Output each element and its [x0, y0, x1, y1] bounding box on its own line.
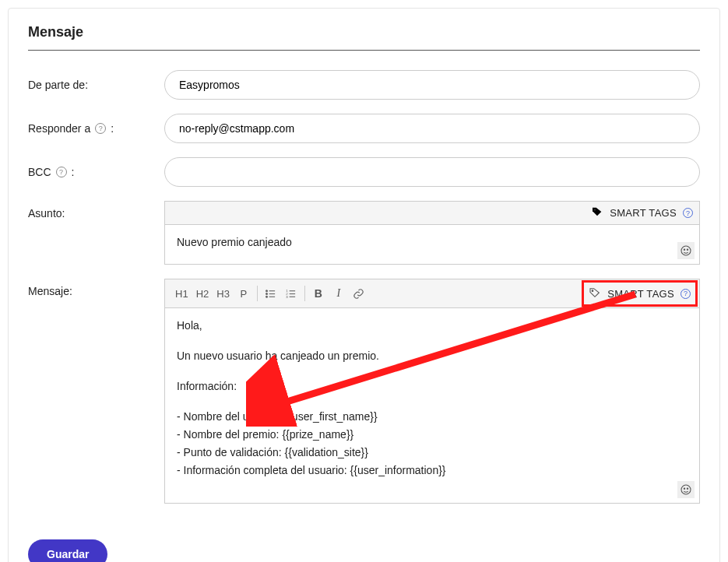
- message-toolbar: H1 H2 H3 P 123 B I: [165, 279, 699, 308]
- bcc-row: BCC ? :: [28, 157, 700, 187]
- msg-bullet: - Nombre del usuario: {{user_first_name}…: [177, 409, 688, 425]
- msg-greeting: Hola,: [177, 319, 202, 332]
- svg-point-4: [266, 290, 268, 291]
- subject-label: Asunto:: [28, 201, 164, 220]
- message-label: Mensaje:: [28, 279, 164, 297]
- message-form-card: Mensaje De parte de: Responder a ? : BCC…: [8, 8, 720, 562]
- bcc-colon: :: [72, 166, 75, 178]
- svg-point-2: [684, 249, 684, 250]
- reply-to-label: Responder a ? :: [28, 122, 164, 135]
- subject-content[interactable]: Nuevo premio canjeado: [165, 225, 699, 264]
- subject-row: Asunto: SMART TAGS ? Nuevo premio canjea…: [28, 201, 700, 265]
- bcc-label: BCC ? :: [28, 166, 164, 178]
- subject-text: Nuevo premio canjeado: [177, 236, 292, 248]
- svg-point-17: [681, 485, 691, 494]
- tag-icon: [589, 286, 601, 301]
- ordered-list-button[interactable]: 123: [281, 283, 301, 304]
- svg-point-1: [681, 246, 691, 255]
- msg-bullet: - Punto de validación: {{validation_site…: [177, 444, 688, 461]
- paragraph-button[interactable]: P: [234, 283, 254, 304]
- message-row: Mensaje: H1 H2 H3 P 123: [28, 279, 700, 504]
- help-icon[interactable]: ?: [56, 167, 67, 177]
- tag-icon: [591, 205, 603, 220]
- svg-point-8: [266, 296, 268, 297]
- help-icon[interactable]: ?: [95, 123, 106, 134]
- italic-button[interactable]: I: [329, 283, 349, 304]
- subject-toolbar: SMART TAGS ?: [165, 202, 699, 225]
- emoji-button[interactable]: [677, 481, 695, 498]
- svg-point-18: [684, 488, 684, 489]
- from-row: De parte de:: [28, 70, 700, 100]
- bold-button[interactable]: B: [308, 283, 329, 304]
- smart-tags-highlight: SMART TAGS ?: [582, 280, 698, 307]
- svg-point-19: [687, 488, 688, 489]
- smart-tags-button[interactable]: SMART TAGS: [607, 288, 674, 300]
- svg-point-16: [592, 290, 593, 291]
- svg-point-6: [266, 293, 268, 294]
- message-editor: H1 H2 H3 P 123 B I: [164, 279, 700, 504]
- save-button[interactable]: Guardar: [28, 539, 107, 562]
- reply-to-input[interactable]: [164, 114, 700, 143]
- reply-to-label-text: Responder a: [28, 122, 90, 135]
- h3-button[interactable]: H3: [213, 283, 234, 304]
- subject-editor: SMART TAGS ? Nuevo premio canjeado: [164, 201, 700, 265]
- help-icon[interactable]: ?: [683, 208, 693, 218]
- msg-line1: Un nuevo usuario ha canjeado un premio.: [177, 349, 379, 362]
- reply-to-colon: :: [111, 122, 114, 135]
- unordered-list-button[interactable]: [261, 283, 281, 304]
- bcc-input[interactable]: [164, 157, 700, 187]
- from-label: De parte de:: [28, 79, 164, 91]
- bcc-label-text: BCC: [28, 166, 51, 178]
- svg-text:3: 3: [287, 294, 289, 298]
- emoji-button[interactable]: [677, 242, 695, 259]
- msg-info-header: Información:: [177, 380, 237, 392]
- svg-point-3: [687, 249, 688, 250]
- smart-tags-button[interactable]: SMART TAGS: [610, 207, 677, 219]
- reply-to-row: Responder a ? :: [28, 114, 700, 143]
- section-title: Mensaje: [28, 24, 700, 51]
- msg-bullet: - Información completa del usuario: {{us…: [177, 462, 688, 479]
- message-content[interactable]: Hola, Un nuevo usuario ha canjeado un pr…: [165, 308, 699, 503]
- svg-point-0: [594, 209, 596, 211]
- from-input[interactable]: [164, 70, 700, 100]
- h2-button[interactable]: H2: [192, 283, 213, 304]
- h1-button[interactable]: H1: [171, 283, 192, 304]
- link-button[interactable]: [349, 283, 369, 304]
- help-icon[interactable]: ?: [681, 289, 691, 299]
- msg-bullet: - Nombre del premio: {{prize_name}}: [177, 427, 688, 443]
